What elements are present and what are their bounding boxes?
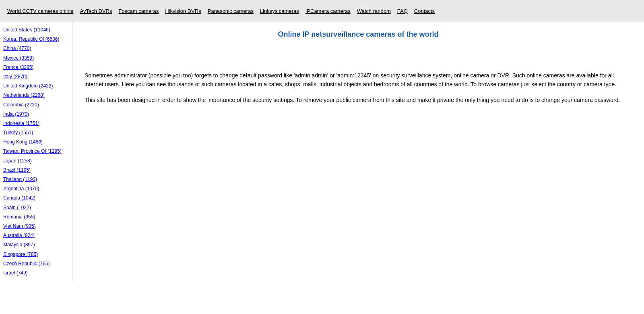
sidebar-country-3[interactable]: Mexico (3359)	[2, 54, 70, 63]
sidebar-country-10[interactable]: Indonesia (1751)	[2, 119, 70, 128]
nav-item-6[interactable]: IPCamera cameras	[302, 6, 354, 16]
sidebar-country-2[interactable]: China (4770)	[2, 44, 70, 53]
sidebar-country-14[interactable]: Japan (1258)	[2, 156, 70, 166]
nav-item-9[interactable]: Contacts	[411, 6, 438, 16]
sidebar-country-11[interactable]: Turkey (1551)	[2, 128, 70, 137]
sidebar-country-17[interactable]: Argentina (1070)	[2, 184, 70, 193]
main-nav: World CCTV cameras onlineAvTech DVRsFosc…	[0, 0, 644, 22]
main-layout: United States (11046)Korea, Republic Of …	[0, 22, 644, 281]
sidebar-country-20[interactable]: Romania (955)	[2, 212, 70, 222]
sidebar-country-15[interactable]: Brazil (1195)	[2, 166, 70, 175]
sidebar-country-18[interactable]: Canada (1042)	[2, 193, 70, 203]
sidebar-country-25[interactable]: Czech Republic (765)	[2, 259, 70, 268]
nav-item-0[interactable]: World CCTV cameras online	[4, 6, 76, 16]
sidebar-country-4[interactable]: France (3285)	[2, 63, 70, 72]
sidebar-country-9[interactable]: India (1970)	[2, 110, 70, 119]
sidebar-country-24[interactable]: Singapore (785)	[2, 250, 70, 259]
nav-item-8[interactable]: FAQ	[394, 6, 411, 16]
main-content: Online IP netsurveillance cameras of the…	[72, 22, 644, 281]
sidebar-country-13[interactable]: Taiwan, Province Of (1295)	[2, 147, 70, 156]
sidebar: United States (11046)Korea, Republic Of …	[0, 22, 72, 281]
sidebar-country-7[interactable]: Netherlands (2268)	[2, 91, 70, 100]
sidebar-country-22[interactable]: Australia (924)	[2, 231, 70, 240]
sidebar-country-26[interactable]: Israel (749)	[2, 268, 70, 278]
content-paragraph-1: Sometimes administrator (possible you to…	[85, 71, 632, 89]
page-title: Online IP netsurveillance cameras of the…	[85, 30, 632, 39]
nav-item-3[interactable]: Hikvision DVRs	[162, 6, 204, 16]
sidebar-country-1[interactable]: Korea, Republic Of (6536)	[2, 35, 70, 44]
nav-item-7[interactable]: Watch random	[354, 6, 394, 16]
sidebar-country-16[interactable]: Thailand (1192)	[2, 175, 70, 184]
sidebar-country-5[interactable]: Italy (2870)	[2, 72, 70, 81]
sidebar-country-12[interactable]: Hong Kong (1486)	[2, 137, 70, 147]
nav-item-5[interactable]: Linksys cameras	[257, 6, 302, 16]
sidebar-country-23[interactable]: Malaysia (897)	[2, 240, 70, 250]
nav-item-2[interactable]: Foscam cameras	[115, 6, 162, 16]
sidebar-country-21[interactable]: Viet Nam (935)	[2, 222, 70, 231]
sidebar-country-0[interactable]: United States (11046)	[2, 25, 70, 35]
sidebar-country-6[interactable]: United Kingdom (2422)	[2, 81, 70, 91]
sidebar-country-19[interactable]: Spain (1022)	[2, 203, 70, 212]
content-paragraph-2: This site has been designed in order to …	[85, 96, 632, 104]
nav-item-4[interactable]: Panasonic cameras	[204, 6, 257, 16]
nav-item-1[interactable]: AvTech DVRs	[76, 6, 115, 16]
sidebar-country-8[interactable]: Colombia (2220)	[2, 100, 70, 110]
